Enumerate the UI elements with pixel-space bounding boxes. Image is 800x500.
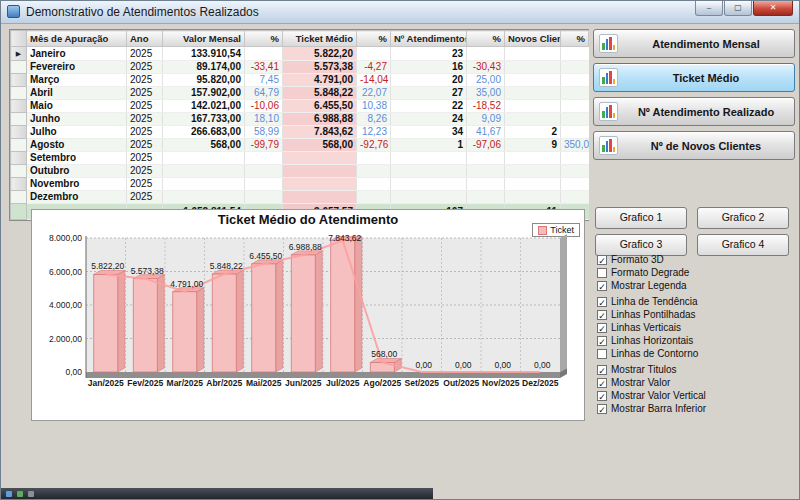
grid-cell[interactable] [561, 126, 589, 139]
grid-cell[interactable]: 9 [505, 139, 561, 152]
grid-cell[interactable]: -33,41 [245, 61, 283, 74]
grid-cell[interactable] [505, 165, 561, 178]
column-header-pct[interactable]: % [561, 31, 589, 47]
grid-cell[interactable] [505, 100, 561, 113]
checkbox-mostrar-barra-inferior[interactable]: ✓Mostrar Barra Inferior [597, 402, 706, 415]
grid-cell[interactable] [283, 191, 357, 204]
column-header-ano[interactable]: Ano [127, 31, 163, 47]
column-header-novos-clientes[interactable]: Novos Clientes [505, 31, 561, 47]
grid-cell[interactable]: 9,09 [467, 113, 505, 126]
grid-cell[interactable] [391, 178, 467, 191]
table-row[interactable]: Agosto2025568,00-99,79568,00-92,761-97,0… [11, 139, 589, 152]
checkbox-linhas-de-contorno[interactable]: Linhas de Contorno [597, 347, 698, 360]
grid-cell[interactable]: 6.455,50 [283, 100, 357, 113]
grid-cell[interactable]: Janeiro [27, 47, 127, 61]
grid-cell[interactable]: 16 [391, 61, 467, 74]
grid-cell[interactable] [163, 178, 245, 191]
grid-cell[interactable] [357, 178, 391, 191]
grid-cell[interactable]: 2025 [127, 100, 163, 113]
grid-cell[interactable]: 2025 [127, 74, 163, 87]
row-selector[interactable] [11, 87, 27, 100]
grid-cell[interactable] [391, 152, 467, 165]
grid-cell[interactable] [561, 152, 589, 165]
grid-cell[interactable] [505, 191, 561, 204]
grid-cell[interactable]: -92,76 [357, 139, 391, 152]
grid-cell[interactable]: 24 [391, 113, 467, 126]
grid-cell[interactable] [467, 47, 505, 61]
row-selector[interactable] [11, 165, 27, 178]
table-row[interactable]: Maio2025142.021,00-10,066.455,5010,3822-… [11, 100, 589, 113]
grid-cell[interactable]: 7.843,62 [283, 126, 357, 139]
grid-cell[interactable]: -14,04 [357, 74, 391, 87]
checkbox-linhas-verticais[interactable]: ✓Linhas Verticais [597, 321, 698, 334]
grid-cell[interactable] [561, 100, 589, 113]
grid-cell[interactable] [467, 165, 505, 178]
table-row[interactable]: Dezembro2025 [11, 191, 589, 204]
grid-cell[interactable]: Março [27, 74, 127, 87]
grid-cell[interactable]: Julho [27, 126, 127, 139]
grid-cell[interactable] [561, 87, 589, 100]
grid-cell[interactable]: 22 [391, 100, 467, 113]
grid-cell[interactable] [505, 152, 561, 165]
grid-cell[interactable]: 22,07 [357, 87, 391, 100]
grid-cell[interactable]: Fevereiro [27, 61, 127, 74]
row-selector[interactable]: ▶ [11, 47, 27, 61]
grid-cell[interactable] [357, 165, 391, 178]
row-selector[interactable] [11, 152, 27, 165]
grid-cell[interactable]: 64,79 [245, 87, 283, 100]
grid-cell[interactable]: 1 [391, 139, 467, 152]
column-header-ticket-medio[interactable]: Ticket Médio [283, 31, 357, 47]
grid-cell[interactable] [391, 165, 467, 178]
grid-cell[interactable]: 10,38 [357, 100, 391, 113]
checkbox-formato-degrade[interactable]: Formato Degrade [597, 266, 689, 279]
grid-cell[interactable]: 5.822,20 [283, 47, 357, 61]
column-header-pct[interactable]: % [245, 31, 283, 47]
grid-cell[interactable]: -10,06 [245, 100, 283, 113]
grid-cell[interactable]: 25,00 [467, 74, 505, 87]
grid-cell[interactable]: 2025 [127, 139, 163, 152]
grid-cell[interactable] [561, 61, 589, 74]
table-row[interactable]: Setembro2025 [11, 152, 589, 165]
grid-cell[interactable]: 2025 [127, 126, 163, 139]
grid-cell[interactable]: 89.174,00 [163, 61, 245, 74]
grafico-2-button[interactable]: Grafico 2 [697, 207, 789, 229]
grid-cell[interactable]: Outubro [27, 165, 127, 178]
grid-cell[interactable]: 23 [391, 47, 467, 61]
nav-button-ticket-medio[interactable]: Ticket Médio [593, 63, 795, 92]
grid-cell[interactable] [163, 165, 245, 178]
nav-button-atendimento-mensal[interactable]: Atendimento Mensal [593, 29, 795, 58]
table-row[interactable]: Outubro2025 [11, 165, 589, 178]
table-row[interactable]: Abril2025157.902,0064,795.848,2222,07273… [11, 87, 589, 100]
nav-button-n-atendimento-realizado[interactable]: Nº Atendimento Realizado [593, 97, 795, 126]
grid-cell[interactable]: 5.848,22 [283, 87, 357, 100]
grid-cell[interactable]: -30,43 [467, 61, 505, 74]
grid-cell[interactable] [505, 178, 561, 191]
grid-cell[interactable] [163, 152, 245, 165]
grid-cell[interactable] [245, 152, 283, 165]
grid-cell[interactable] [245, 191, 283, 204]
grid-cell[interactable] [561, 191, 589, 204]
grid-cell[interactable]: 20 [391, 74, 467, 87]
grid-cell[interactable]: 41,67 [467, 126, 505, 139]
table-row[interactable]: Março202595.820,007,454.791,00-14,042025… [11, 74, 589, 87]
grid-cell[interactable]: Maio [27, 100, 127, 113]
close-button[interactable]: ✕ [753, 1, 793, 16]
grid-cell[interactable]: Junho [27, 113, 127, 126]
grid-cell[interactable]: 6.988,88 [283, 113, 357, 126]
checkbox-linhas-pontilhadas[interactable]: ✓Linhas Pontilhadas [597, 308, 698, 321]
grid-cell[interactable] [245, 47, 283, 61]
checkbox-mostrar-valor[interactable]: ✓Mostrar Valor [597, 376, 706, 389]
grid-cell[interactable] [561, 178, 589, 191]
checkbox-linha-de-tendencia[interactable]: ✓Linha de Tendência [597, 295, 698, 308]
grid-cell[interactable] [357, 152, 391, 165]
window-titlebar[interactable]: Demonstrativo de Atendimentos Realizados… [1, 1, 799, 24]
row-selector[interactable] [11, 191, 27, 204]
row-selector[interactable] [11, 139, 27, 152]
grid-cell[interactable]: 2025 [127, 61, 163, 74]
table-row[interactable]: Novembro2025 [11, 178, 589, 191]
grid-cell[interactable]: 2025 [127, 87, 163, 100]
grid-cell[interactable]: 2025 [127, 152, 163, 165]
grid-cell[interactable] [505, 47, 561, 61]
grid-cell[interactable] [505, 61, 561, 74]
grid-cell[interactable]: 2025 [127, 47, 163, 61]
